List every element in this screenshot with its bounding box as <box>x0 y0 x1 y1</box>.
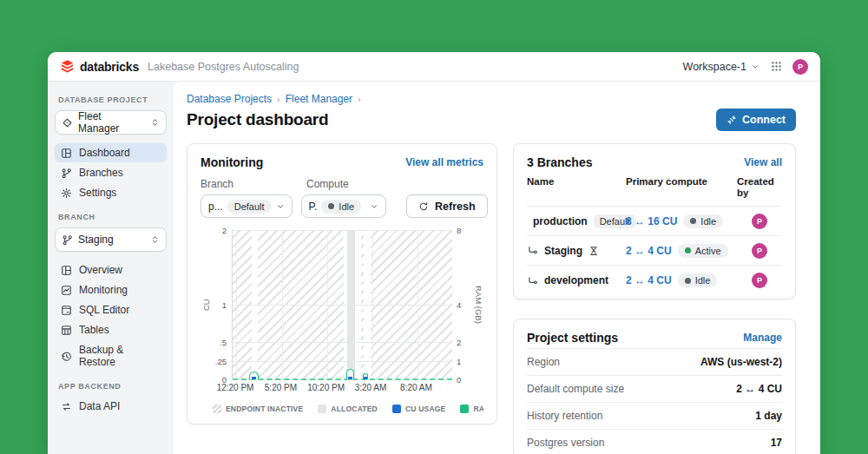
setting-value: AWS (us-west-2) <box>700 356 782 368</box>
compute-dropdown-label: Compute <box>306 178 349 190</box>
creator-avatar[interactable]: P <box>752 273 767 288</box>
sidebar-item-dashboard[interactable]: Dashboard <box>55 143 167 162</box>
chart-y-left: 21.5.250 <box>211 230 232 379</box>
sidebar-item-tables[interactable]: Tables <box>55 320 167 339</box>
setting-label: Postgres version <box>527 437 604 449</box>
status-dot <box>328 203 334 209</box>
sidebar-item-branches[interactable]: Branches <box>55 163 167 182</box>
breadcrumb-separator: › <box>358 94 361 104</box>
updown-chevron-icon <box>150 234 160 245</box>
compute-size-link[interactable]: 2 ↔ 4 CU <box>626 245 672 257</box>
breadcrumb-link-database-projects[interactable]: Database Projects <box>187 93 272 105</box>
compute-dropdown-value: P. <box>309 201 318 213</box>
git-branch-icon <box>62 234 73 246</box>
sidebar-item-label: Backup & Restore <box>79 344 161 368</box>
legend-cu-usage: CU USAGE <box>392 405 445 413</box>
plug-icon <box>727 115 737 125</box>
view-all-metrics-link[interactable]: View all metrics <box>405 156 483 168</box>
allocated-swatch-icon <box>318 405 326 413</box>
sidebar-item-data-api[interactable]: Data API <box>55 397 167 416</box>
app-grid-button[interactable] <box>766 57 786 76</box>
table-icon <box>61 325 72 336</box>
branch-selector[interactable]: Staging <box>55 227 167 252</box>
app-title: Lakebase Postgres Autoscaling <box>148 61 299 73</box>
branches-table-header: Name Primary compute Created by <box>527 176 782 207</box>
user-avatar[interactable]: P <box>792 59 808 75</box>
setting-value: 1 day <box>755 410 782 422</box>
sidebar-item-monitoring[interactable]: Monitoring <box>55 280 167 299</box>
compute-size-link[interactable]: 8 ↔ 16 CU <box>626 215 677 227</box>
status-dot <box>685 278 691 284</box>
connect-button-label: Connect <box>742 114 786 126</box>
sidebar-item-sql-editor[interactable]: SQL Editor <box>55 300 167 319</box>
hourglass-icon <box>589 246 599 256</box>
creator-avatar[interactable]: P <box>752 214 767 229</box>
status-dot <box>690 218 696 224</box>
branch-dropdown[interactable]: p... Default <box>201 194 293 218</box>
y-axis-right-label: RAM (GB) <box>473 230 483 379</box>
sidebar-item-settings[interactable]: Settings <box>55 183 167 202</box>
refresh-button-label: Refresh <box>435 201 476 213</box>
main-panel: Database Projects › Fleet Manager › Proj… <box>174 82 820 454</box>
child-branch-icon <box>527 245 538 256</box>
sidebar-item-label: Tables <box>79 324 109 336</box>
sidebar-item-overview[interactable]: Overview <box>55 260 167 280</box>
settings-title: Project settings <box>527 331 618 345</box>
chevron-down-icon <box>276 202 285 211</box>
brand: databricks <box>60 59 139 74</box>
status-dot <box>685 247 691 253</box>
updown-chevron-icon <box>150 117 160 128</box>
view-all-link[interactable]: View all <box>744 156 782 168</box>
branch-name: development <box>544 274 608 286</box>
branch-dropdown-label: Branch <box>201 178 306 190</box>
branch-row-development[interactable]: development 2 ↔ 4 CU Idle P <box>527 266 782 295</box>
workspace-label: Workspace-1 <box>683 61 746 73</box>
setting-value: 2 ↔ 4 CU <box>736 383 782 395</box>
setting-row-default-compute-size: Default compute size 2 ↔ 4 CU <box>527 375 782 402</box>
project-diamond-icon <box>62 117 73 128</box>
workspace-switcher[interactable]: Workspace-1 <box>683 61 760 73</box>
compute-size-link[interactable]: 2 ↔ 4 CU <box>626 274 672 286</box>
sidebar-item-backup-restore[interactable]: Backup & Restore <box>55 340 167 372</box>
branch-row-production[interactable]: production Default 8 ↔ 16 CU Idle P <box>527 207 782 236</box>
sidebar-item-label: Branches <box>79 167 123 179</box>
setting-label: Default compute size <box>527 383 624 395</box>
project-selector[interactable]: Fleet Manager <box>55 110 167 135</box>
ram-swatch-icon <box>460 405 469 413</box>
refresh-button[interactable]: Refresh <box>406 194 488 218</box>
sidebar-item-label: Overview <box>79 264 122 276</box>
page-title: Project dashboard <box>187 110 328 129</box>
y-axis-left-label: CU <box>201 230 211 379</box>
section-label-app-backend: APP BACKEND <box>58 382 163 391</box>
branch-dropdown-value: p... <box>208 201 223 213</box>
sidebar-item-label: Dashboard <box>79 147 130 159</box>
legend-endpoint-inactive: ENDPOINT INACTIVE <box>213 405 303 413</box>
branches-title: 3 Branches <box>527 155 592 169</box>
manage-link[interactable]: Manage <box>743 332 782 344</box>
legend-ram-usage: RAM US <box>460 405 483 413</box>
branch-row-staging[interactable]: Staging 2 ↔ 4 CU Active P <box>527 236 782 266</box>
hatch-swatch-icon <box>213 405 221 413</box>
branch-name: Staging <box>544 245 582 257</box>
monitoring-card: Monitoring View all metrics Branch Compu… <box>187 143 497 424</box>
setting-row-postgres-version: Postgres version 17 <box>527 429 782 454</box>
refresh-icon <box>418 201 429 212</box>
connect-button[interactable]: Connect <box>716 109 796 131</box>
project-settings-card: Project settings Manage Region AWS (us-w… <box>513 319 796 454</box>
project-selector-label: Fleet Manager <box>78 110 145 135</box>
chart-plot <box>232 230 452 379</box>
compute-dropdown[interactable]: P. Idle <box>301 194 387 218</box>
sidebar-item-label: Settings <box>79 187 116 199</box>
setting-label: Region <box>527 356 560 368</box>
creator-avatar[interactable]: P <box>752 243 767 259</box>
line-chart-icon <box>61 285 72 296</box>
status-badge: Idle <box>683 214 723 228</box>
breadcrumb-link-fleet-manager[interactable]: Fleet Manager <box>286 93 352 105</box>
chart-y-right: 84210 <box>452 230 473 379</box>
setting-label: History retention <box>527 410 602 422</box>
status-badge: Active <box>678 244 728 258</box>
status-badge: Idle <box>678 273 718 287</box>
breadcrumb-separator: › <box>277 94 280 104</box>
breadcrumb: Database Projects › Fleet Manager › <box>187 93 796 105</box>
branch-selector-label: Staging <box>78 234 145 246</box>
